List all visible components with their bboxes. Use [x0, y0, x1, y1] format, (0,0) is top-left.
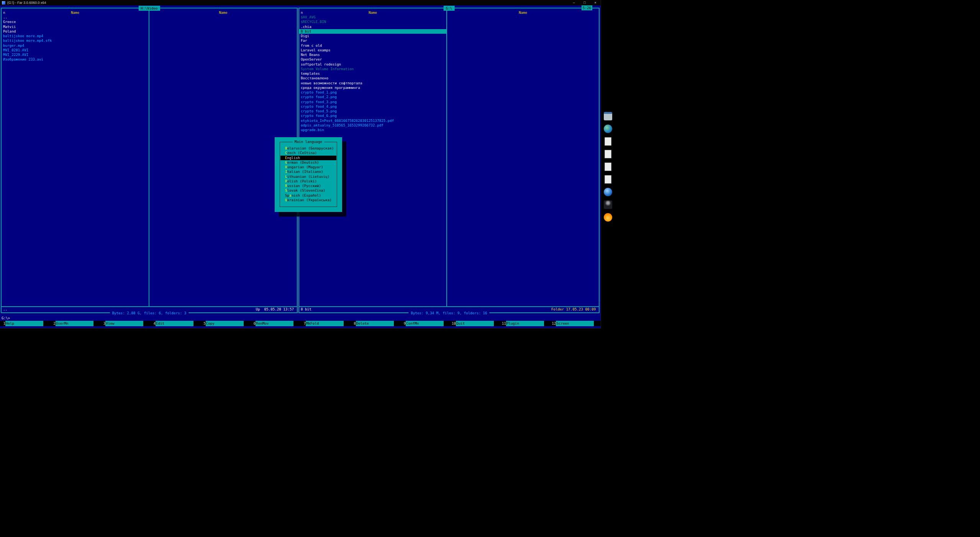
- desktop-shortcut-icon[interactable]: [604, 112, 612, 120]
- file-item[interactable]: upgrade.bin: [299, 128, 446, 132]
- function-key[interactable]: 10Quit: [451, 321, 501, 326]
- menu-item-text: ungarian (Magyar): [287, 165, 323, 169]
- file-item[interactable]: crypto food_3.png: [299, 100, 446, 104]
- menu-item-text: talian (Italiano): [287, 169, 323, 174]
- menu-item-text: nglish: [287, 156, 300, 160]
- file-item[interactable]: .chia: [299, 25, 446, 29]
- window-controls: – □ ×: [569, 0, 601, 5]
- file-item[interactable]: crypto food_6.png: [299, 113, 446, 118]
- language-menu-item[interactable]: Spanish (Español): [280, 193, 336, 198]
- menu-item-text: ithuanian (Lietuvių): [287, 174, 330, 179]
- menu-item-text: lovak (Slovenčina): [287, 188, 326, 192]
- menu-item-text: zech (Čeština): [287, 151, 317, 155]
- language-menu-item[interactable]: Russian (Русский): [280, 184, 336, 188]
- file-item[interactable]: baltijskoe more.mp4: [2, 34, 149, 38]
- function-key[interactable]: 7MkFold: [300, 321, 351, 326]
- function-key[interactable]: 11Plugin: [501, 321, 551, 326]
- file-item[interactable]: $AV_AVG: [299, 15, 446, 20]
- language-menu-item[interactable]: Belarusian (Беларуская): [280, 146, 336, 151]
- language-menu-item[interactable]: English: [280, 156, 336, 160]
- column-header-name: Name: [447, 10, 599, 15]
- language-menu-item[interactable]: Italian (Italiano): [280, 169, 336, 174]
- function-key[interactable]: 4Edit: [150, 321, 200, 326]
- command-line[interactable]: G:\>: [2, 316, 10, 320]
- language-menu: Belarusian (Беларуская)Czech (Čeština)En…: [280, 146, 336, 202]
- file-item[interactable]: burger.mp4: [2, 43, 149, 48]
- file-item[interactable]: Greece: [2, 20, 149, 24]
- left-panel: H:\Video n Name Name ..GreeceMatviiPolan…: [1, 8, 298, 313]
- file-item[interactable]: etykieta_InPost_660166758262030125137825…: [299, 118, 446, 123]
- function-key[interactable]: 8Delete: [351, 321, 401, 326]
- left-panel-path[interactable]: H:\Video: [138, 6, 160, 11]
- file-item[interactable]: новые возможности софтпортала: [299, 81, 446, 85]
- desktop-shortcut-icon[interactable]: [604, 188, 612, 196]
- menu-item-text: ussian (Русский): [287, 184, 321, 188]
- maximize-button[interactable]: □: [579, 0, 590, 5]
- file-item[interactable]: templates: [299, 71, 446, 76]
- function-key[interactable]: 3View: [100, 321, 150, 326]
- file-list: ..GreeceMatviiPolandbaltijskoe more.mp4b…: [2, 15, 149, 62]
- function-key-number: 9: [400, 321, 406, 326]
- function-key[interactable]: 9ConfMn: [400, 321, 451, 326]
- file-item[interactable]: Изображение 233.avi: [2, 57, 149, 62]
- file-item[interactable]: MVI_0281.AVI: [2, 48, 149, 53]
- language-menu-item[interactable]: Polish (Polski): [280, 179, 336, 184]
- function-key[interactable]: 2UserMn: [50, 321, 100, 326]
- file-item[interactable]: Laravel examps: [299, 48, 446, 53]
- file-item[interactable]: ..: [2, 15, 149, 20]
- language-menu-item[interactable]: Ukrainian (Українська): [280, 198, 336, 202]
- language-menu-item[interactable]: Czech (Čeština): [280, 151, 336, 155]
- function-key[interactable]: 12Screen: [551, 321, 601, 326]
- minimize-button[interactable]: –: [569, 0, 579, 5]
- language-menu-item[interactable]: Slovak (Slovenčina): [280, 188, 336, 193]
- language-menu-item[interactable]: Lithuanian (Lietuvių): [280, 174, 336, 179]
- function-key-label: Quit: [456, 321, 494, 326]
- file-item[interactable]: среда окружения программинга: [299, 85, 446, 90]
- desktop-shortcut-icon[interactable]: [605, 163, 611, 171]
- file-item[interactable]: 8 bit: [299, 29, 446, 34]
- desktop-shortcut-icon[interactable]: [604, 125, 612, 133]
- file-item[interactable]: OpenServer: [299, 57, 446, 62]
- file-item[interactable]: Matvii: [2, 25, 149, 29]
- desktop-icons: [604, 112, 612, 222]
- function-key-number: 3: [100, 321, 105, 326]
- function-key[interactable]: 5Copy: [200, 321, 251, 326]
- file-item[interactable]: Net Beans: [299, 53, 446, 57]
- desktop-shortcut-icon[interactable]: [604, 213, 612, 222]
- file-item[interactable]: crypto food_5.png: [299, 109, 446, 113]
- desktop-shortcut-icon[interactable]: [604, 200, 612, 209]
- file-item[interactable]: crypto food_4.png: [299, 104, 446, 109]
- app-icon: [2, 1, 5, 5]
- file-item[interactable]: MVI_2229.AVI: [2, 53, 149, 57]
- file-item[interactable]: from c old: [299, 43, 446, 48]
- file-item[interactable]: crypto food_1.png: [299, 90, 446, 95]
- file-item[interactable]: odpis_aktualny_510565_1653299266732.pdf: [299, 123, 446, 128]
- file-item[interactable]: Far: [299, 38, 446, 43]
- file-item[interactable]: Digi: [299, 34, 446, 38]
- function-key[interactable]: 6RenMov: [250, 321, 300, 326]
- desktop-shortcut-icon[interactable]: [605, 137, 611, 146]
- panel-totals: Bytes: 2,88 G, files: 6, folders: 3: [110, 310, 189, 315]
- file-item[interactable]: $RECYCLE.BIN: [299, 20, 446, 24]
- file-item[interactable]: Восстановлено: [299, 76, 446, 80]
- menu-item-text: elarusian (Беларуская): [287, 146, 334, 150]
- file-item[interactable]: softportal redesign: [299, 62, 446, 67]
- language-menu-item[interactable]: German (Deutsch): [280, 160, 336, 165]
- function-key[interactable]: 1Help: [0, 321, 50, 326]
- function-key-number: 11: [501, 321, 506, 326]
- menu-item-text: krainian (Українська): [287, 198, 332, 202]
- file-item[interactable]: System Volume Information: [299, 67, 446, 71]
- panel-totals: Bytes: 9,34 M, files: 9, folders: 16: [408, 310, 489, 315]
- column-header-name: Name: [149, 10, 297, 15]
- file-item[interactable]: crypto food_2.png: [299, 95, 446, 99]
- file-item[interactable]: baltijskoe more.mp4.sfk: [2, 38, 149, 43]
- dialog-frame: Main language Belarusian (Беларуская)Cze…: [280, 142, 337, 207]
- desktop-shortcut-icon[interactable]: [605, 175, 611, 184]
- file-item[interactable]: Poland: [2, 29, 149, 34]
- close-button[interactable]: ×: [590, 0, 601, 5]
- right-panel-path[interactable]: G:\: [444, 6, 455, 11]
- menu-item-text: olish (Polski): [287, 179, 317, 183]
- menu-item-text: nish (Español): [292, 193, 321, 197]
- language-menu-item[interactable]: Hungarian (Magyar): [280, 165, 336, 169]
- desktop-shortcut-icon[interactable]: [605, 150, 611, 158]
